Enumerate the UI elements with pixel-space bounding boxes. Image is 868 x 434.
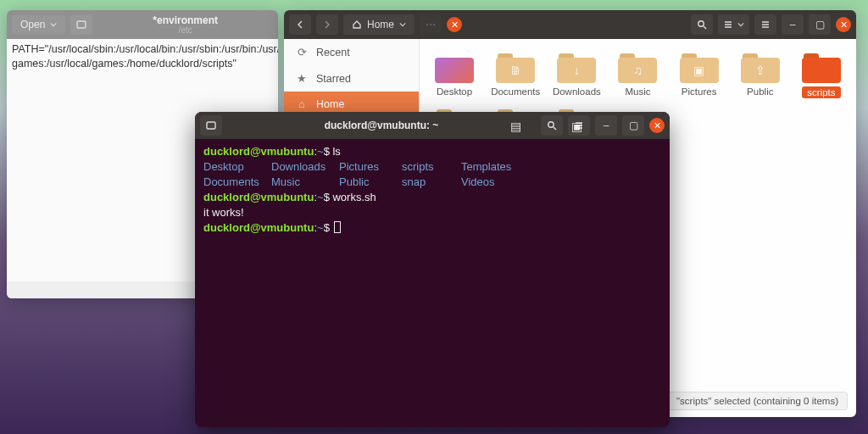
document-icon: 🗎 xyxy=(496,58,535,83)
svg-point-3 xyxy=(548,122,554,127)
search-button[interactable] xyxy=(691,14,713,35)
folder-documents[interactable]: 🗎 Documents xyxy=(487,51,543,98)
chevron-down-icon xyxy=(399,21,406,28)
folder-label: Documents xyxy=(491,86,540,97)
terminal-line: Desktop Downloads Pictures scripts Templ… xyxy=(203,159,661,175)
folder-public[interactable]: ⇪ Public xyxy=(732,51,788,98)
sidebar-item-starred[interactable]: ★ Starred xyxy=(284,65,419,92)
terminal-headerbar[interactable]: ducklord@vmubuntu: ~ – ▢ ✕ xyxy=(195,112,670,139)
pictures-icon: ▣ xyxy=(680,58,719,83)
public-icon: ⇪ xyxy=(741,58,780,83)
terminal-command: ls xyxy=(332,145,340,158)
folder-downloads[interactable]: ↓ Downloads xyxy=(548,51,604,98)
terminal-window: ducklord@vmubuntu: ~ – ▢ ✕ ducklord@vmub… xyxy=(195,112,670,427)
terminal-command: works.sh xyxy=(332,191,376,203)
folder-label: Pictures xyxy=(682,86,717,97)
folder-icon: ▤ xyxy=(496,114,535,139)
maximize-button[interactable]: ▢ xyxy=(622,115,644,136)
svg-point-1 xyxy=(698,21,704,26)
terminal-line: it works! xyxy=(203,205,661,220)
minimize-button[interactable]: – xyxy=(782,14,804,35)
sidebar-item-label: Home xyxy=(316,98,344,110)
hamburger-button[interactable] xyxy=(754,14,776,35)
gedit-titlebar[interactable]: Open *environment /etc xyxy=(7,10,278,39)
editor-line: games:/usr/local/games:/home/ducklord/sc… xyxy=(12,58,236,70)
tab-close-icon[interactable]: ✕ xyxy=(447,17,462,32)
back-button[interactable] xyxy=(289,14,311,35)
star-icon: ★ xyxy=(296,72,308,85)
chevron-right-icon xyxy=(323,20,331,29)
files-headerbar[interactable]: Home ⋯ ✕ – ▢ ✕ xyxy=(284,10,856,39)
folder-icon: ▣ xyxy=(557,114,596,139)
new-tab-icon xyxy=(205,120,217,131)
folder-desktop[interactable]: Desktop xyxy=(426,51,482,98)
terminal-line: ducklord@vmubuntu:~$ ls xyxy=(203,144,661,159)
gedit-open-button[interactable]: Open xyxy=(12,15,65,34)
maximize-button[interactable]: ▢ xyxy=(809,14,831,35)
path-home[interactable]: Home xyxy=(343,14,415,35)
folder-music[interactable]: ♫ Music xyxy=(609,51,665,98)
path-home-label: Home xyxy=(367,19,394,31)
terminal-output[interactable]: ducklord@vmubuntu:~$ ls Desktop Download… xyxy=(195,139,670,241)
chevron-down-icon xyxy=(50,21,57,28)
gedit-title-wrap: *environment /etc xyxy=(97,14,273,35)
folder-label: Downloads xyxy=(553,86,601,97)
svg-rect-2 xyxy=(207,122,215,129)
svg-rect-0 xyxy=(77,21,86,28)
terminal-new-tab-button[interactable] xyxy=(200,115,222,136)
chevron-left-icon xyxy=(296,20,304,29)
gedit-document-path: /etc xyxy=(97,25,273,35)
view-list-button[interactable] xyxy=(718,14,749,35)
desktop-icon xyxy=(435,58,474,83)
folder-label: scripts xyxy=(802,86,840,98)
forward-button[interactable] xyxy=(316,14,338,35)
open-label: Open xyxy=(20,19,45,31)
list-icon xyxy=(723,19,733,30)
search-icon xyxy=(547,120,557,131)
sidebar-item-recent[interactable]: ⟳ Recent xyxy=(284,39,419,65)
folder-icon xyxy=(435,114,474,139)
sidebar-item-label: Recent xyxy=(316,47,350,58)
terminal-title: ducklord@vmubuntu: ~ xyxy=(227,120,536,131)
path-extra-button[interactable]: ⋯ xyxy=(420,14,442,35)
home-icon: ⌂ xyxy=(296,98,308,110)
cursor-icon xyxy=(334,221,341,233)
minimize-button[interactable]: – xyxy=(595,115,617,136)
prompt-path: ~ xyxy=(317,145,324,158)
close-button[interactable]: ✕ xyxy=(836,17,851,32)
sidebar-item-label: Starred xyxy=(316,73,351,85)
folder-icon xyxy=(802,58,841,83)
download-icon: ↓ xyxy=(557,58,596,83)
folder-label: Desktop xyxy=(437,86,472,97)
folder-pictures[interactable]: ▣ Pictures xyxy=(671,51,727,98)
search-icon xyxy=(697,19,707,30)
home-icon xyxy=(352,19,362,30)
close-button[interactable]: ✕ xyxy=(649,118,665,133)
terminal-line: ducklord@vmubuntu:~$ works.sh xyxy=(203,190,661,205)
files-statusbar: "scripts" selected (containing 0 items) xyxy=(667,392,848,410)
folder-label: Music xyxy=(625,86,650,97)
folder-label: Public xyxy=(747,86,773,97)
folder-scripts[interactable]: scripts xyxy=(793,51,849,98)
chevron-down-icon xyxy=(737,21,744,28)
clock-icon: ⟳ xyxy=(296,46,308,58)
hamburger-icon xyxy=(760,19,771,30)
music-icon: ♫ xyxy=(618,58,657,83)
terminal-line: ducklord@vmubuntu:~$ xyxy=(203,220,661,236)
new-tab-icon xyxy=(75,19,87,31)
gedit-document-title: *environment xyxy=(97,14,273,26)
editor-line: PATH="/usr/local/sbin:/usr/local/bin:/us… xyxy=(12,43,278,55)
terminal-line: Documents Music Public snap Videos xyxy=(203,175,661,190)
gedit-new-tab-button[interactable] xyxy=(70,14,92,35)
prompt-userhost: ducklord@vmubuntu xyxy=(203,145,314,158)
